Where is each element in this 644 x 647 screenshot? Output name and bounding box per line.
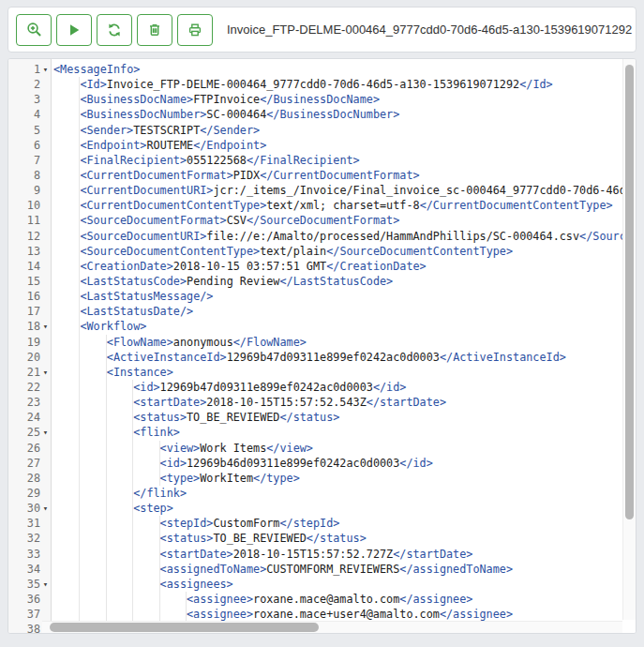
xml-text-value: WorkItem (200, 472, 253, 485)
delete-button[interactable] (137, 14, 172, 46)
code-line[interactable]: 33<startDate>2018-10-15T15:57:52.727Z</s… (8, 547, 636, 562)
line-number: 7 (8, 153, 40, 168)
xml-tag: <BusinessDocNumber> (80, 108, 206, 121)
line-number: 1 (8, 62, 40, 77)
code-line[interactable]: 6<Endpoint>ROUTEME</Endpoint> (8, 138, 636, 153)
code-line[interactable]: 29</flink> (8, 486, 636, 501)
indent-guides (53, 607, 187, 622)
code-line[interactable]: 26<view>Work Items</view> (8, 441, 636, 456)
code-line[interactable]: 17<LastStatusDate/> (8, 304, 636, 319)
code-text: <CurrentDocumentURI>jcr:/_items_/Invoice… (53, 183, 637, 198)
fold-toggle-icon[interactable]: ▾ (40, 62, 51, 77)
code-line[interactable]: 20<ActiveInstanceId>12969b47d09311e899ef… (8, 350, 636, 365)
code-line[interactable]: 25▾<flink> (8, 425, 636, 440)
code-line[interactable]: 36<assignee>roxane.mace@amalto.com</assi… (8, 592, 636, 607)
line-number: 19 (8, 335, 40, 350)
code-line[interactable]: 7<FinalRecipient>055122568</FinalRecipie… (8, 153, 636, 168)
xml-tag: <flink> (133, 426, 180, 439)
code-text: <FinalRecipient>055122568</FinalRecipien… (53, 153, 360, 168)
code-line[interactable]: 22<id>12969b47d09311e899ef0242ac0d0003</… (8, 380, 636, 395)
code-line[interactable]: 10<CurrentDocumentContentType>text/xml; … (8, 198, 636, 213)
fold-toggle-icon[interactable]: ▾ (40, 365, 51, 380)
code-text: <Instance> (53, 365, 173, 380)
line-number: 18 (8, 319, 40, 334)
print-button[interactable] (177, 14, 213, 46)
scrollbar-corner (622, 620, 636, 633)
xml-tag: <status> (160, 532, 214, 545)
indent-guides (53, 456, 160, 471)
code-line[interactable]: 34<assignedToName>CUSTOMFORM_REVIEWERS</… (8, 562, 636, 577)
code-line[interactable]: 4<BusinessDocNumber>SC-000464</BusinessD… (8, 107, 636, 122)
code-line[interactable]: 23<startDate>2018-10-15T15:57:52.543Z</s… (8, 395, 636, 410)
fold-toggle-icon[interactable]: ▾ (40, 501, 51, 516)
indent-guides (53, 123, 80, 138)
code-line[interactable]: 18▾<Workflow> (8, 319, 636, 334)
code-line[interactable]: 2<Id>Invoice_FTP-DELME-000464_9777cdd0-7… (8, 77, 636, 92)
code-line[interactable]: 35▾<assignees> (8, 577, 636, 592)
code-line[interactable]: 28<type>WorkItem</type> (8, 471, 636, 486)
fold-gutter-spacer (40, 456, 51, 471)
line-number: 8 (8, 168, 40, 183)
code-line[interactable]: 1▾<MessageInfo> (8, 62, 636, 77)
zoom-button[interactable] (16, 14, 52, 46)
code-line[interactable]: 13<SourceDocumentContentType>text/plain<… (8, 244, 636, 259)
xml-tag: </assignee> (440, 608, 513, 621)
code-line[interactable]: 11<SourceDocumentFormat>CSV</SourceDocum… (8, 213, 636, 228)
fold-toggle-icon[interactable]: ▾ (40, 577, 51, 592)
xml-tag: </CurrentDocumentFormat> (260, 169, 419, 182)
code-line[interactable]: 3<BusinessDocName>FTPInvoice</BusinessDo… (8, 92, 636, 107)
xml-text-value: PIDX (233, 169, 260, 182)
line-number: 9 (8, 183, 40, 198)
code-text: <id>12969b47d09311e899ef0242ac0d0003</id… (53, 380, 406, 395)
xml-tag: </id> (399, 457, 433, 470)
code-text: <CurrentDocumentFormat>PIDX</CurrentDocu… (53, 168, 420, 183)
line-number: 21 (8, 365, 40, 380)
code-line[interactable]: 24<status>TO_BE_REVIEWED</status> (8, 410, 636, 425)
code-text: <LastStatusMessage/> (53, 289, 213, 304)
code-line[interactable]: 32<status>TO_BE_REVIEWED</status> (8, 531, 636, 546)
code-line[interactable]: 21▾<Instance> (8, 365, 636, 380)
code-text: <ActiveInstanceId>12969b47d09311e899ef02… (53, 350, 566, 365)
line-number: 4 (8, 107, 40, 122)
refresh-button[interactable] (97, 14, 132, 46)
code-line[interactable]: 12<SourceDocumentURI>file://e:/Amalto/pr… (8, 229, 636, 244)
code-text: <startDate>2018-10-15T15:57:52.727Z</sta… (53, 547, 472, 562)
line-number: 22 (8, 380, 40, 395)
fold-toggle-icon[interactable]: ▾ (40, 319, 51, 334)
fold-gutter-spacer (40, 274, 51, 289)
code-line[interactable]: 27<id>12969b46d09311e899ef0242ac0d0003</… (8, 456, 636, 471)
vertical-scrollbar-track[interactable] (622, 59, 636, 620)
xml-tag: <startDate> (133, 396, 206, 409)
code-line[interactable]: 8<CurrentDocumentFormat>PIDX</CurrentDoc… (8, 168, 636, 183)
code-line[interactable]: 19<FlowName>anonymous</FlowName> (8, 335, 636, 350)
code-text: <type>WorkItem</type> (53, 471, 300, 486)
vertical-scrollbar-thumb[interactable] (625, 65, 634, 519)
code-line[interactable]: 16<LastStatusMessage/> (8, 289, 636, 304)
xml-tag: </Sender> (200, 124, 260, 137)
xml-text-value: 2018-10-15T15:57:52.543Z (206, 396, 366, 409)
horizontal-scrollbar-track[interactable] (42, 621, 622, 633)
line-number: 20 (8, 350, 40, 365)
xml-tag: </status> (279, 411, 339, 424)
code-line[interactable]: 30▾<step> (8, 501, 636, 516)
xml-tag: <LastStatusMessage/> (80, 290, 213, 303)
code-line[interactable]: 9<CurrentDocumentURI>jcr:/_items_/Invoic… (8, 183, 636, 198)
code-line[interactable]: 15<LastStatusCode>Pending Review</LastSt… (8, 274, 636, 289)
run-button[interactable] (56, 14, 92, 46)
code-text: <status>TO_BE_REVIEWED</status> (53, 410, 339, 425)
fold-toggle-icon[interactable]: ▾ (40, 425, 51, 440)
indent-guides (53, 592, 187, 607)
xml-tag: </SourceDocumentContentType> (326, 245, 513, 258)
code-lines[interactable]: 1▾<MessageInfo>2<Id>Invoice_FTP-DELME-00… (8, 62, 636, 634)
code-line[interactable]: 31<stepId>CustomForm</stepId> (8, 516, 636, 531)
toolbar: Invoice_FTP-DELME-000464_9777cdd0-70d6-4… (7, 7, 637, 53)
code-line[interactable]: 37<assignee>roxane.mace+user4@amalto.com… (8, 607, 636, 622)
xml-code-editor[interactable]: 1▾<MessageInfo>2<Id>Invoice_FTP-DELME-00… (7, 58, 637, 634)
code-text: <status>TO_BE_REVIEWED</status> (53, 531, 367, 546)
horizontal-scrollbar-thumb[interactable] (50, 623, 319, 632)
code-line[interactable]: 14<CreationDate>2018-10-15 03:57:51 GMT<… (8, 259, 636, 274)
code-line[interactable]: 5<Sender>TESTSCRIPT</Sender> (8, 123, 636, 138)
fold-gutter-spacer (40, 547, 51, 562)
line-number: 38 (8, 622, 40, 634)
xml-tag: <BusinessDocName> (80, 93, 193, 106)
